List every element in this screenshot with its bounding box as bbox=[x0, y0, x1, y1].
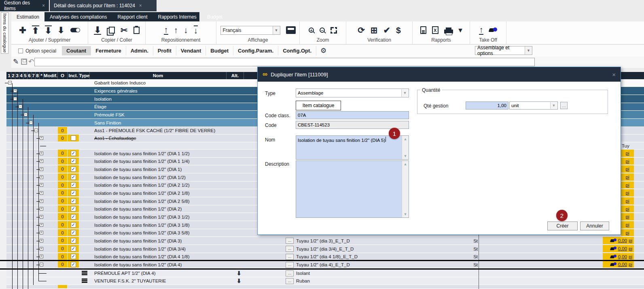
zoom-fit-icon[interactable] bbox=[330, 27, 337, 34]
table-row[interactable]: 0✓+Isolation de tuyau sans finition 1/2"… bbox=[6, 245, 644, 253]
expand-icon[interactable]: + bbox=[40, 247, 43, 251]
toggle-icon[interactable] bbox=[70, 28, 80, 32]
table-row[interactable]: 0✓−Isolation de tuyau sans finition 1/2"… bbox=[6, 261, 644, 268]
expand-icon[interactable]: + bbox=[40, 152, 43, 155]
insert-below-icon[interactable]: ⬇ bbox=[45, 25, 52, 35]
dropdown-caret-icon[interactable]: ▾ bbox=[459, 26, 462, 34]
incl-checkbox[interactable]: ✓ bbox=[71, 151, 76, 156]
incl-checkbox[interactable]: ✓ bbox=[71, 246, 76, 251]
document-icon[interactable] bbox=[420, 26, 426, 34]
view-button-admin-[interactable]: Admin. bbox=[126, 46, 153, 55]
pi-link[interactable]: pi bbox=[626, 222, 629, 227]
expand-icon[interactable]: + bbox=[40, 223, 43, 227]
expand-icon[interactable]: + bbox=[40, 191, 43, 195]
qty-link[interactable]: 0,00 bbox=[618, 254, 627, 259]
cancel-button[interactable]: Annuler bbox=[580, 221, 609, 230]
ellipsis-button[interactable]: ... bbox=[286, 254, 294, 260]
incl-checkbox[interactable]: ✓ bbox=[71, 175, 76, 180]
add-icon[interactable]: ✚ bbox=[19, 26, 26, 34]
pi-link[interactable]: pi bbox=[629, 254, 632, 259]
takeoff-qty-cell[interactable]: 0,00pi bbox=[603, 261, 634, 268]
qty-link[interactable]: 0,00 bbox=[618, 262, 627, 267]
expand-icon[interactable]: + bbox=[40, 136, 43, 140]
grid-header-modif[interactable]: Modif. bbox=[44, 72, 58, 79]
unit-dropdown[interactable]: unit ▼ bbox=[509, 101, 558, 110]
chevron-down-icon[interactable]: ▼ bbox=[525, 46, 532, 55]
option-special-checkbox[interactable] bbox=[18, 49, 23, 53]
cut-icon[interactable]: ✂ bbox=[121, 26, 128, 34]
ribbon-tab-rapports-internes[interactable]: Rapports Internes bbox=[153, 12, 201, 21]
grid-header-3[interactable]: 3 bbox=[15, 72, 19, 79]
dollar-icon[interactable]: $ bbox=[396, 26, 401, 34]
close-icon[interactable]: × bbox=[612, 71, 616, 78]
pi-link[interactable]: pi bbox=[626, 207, 629, 211]
refresh-icon[interactable]: ⟳ bbox=[358, 26, 365, 34]
move-top-icon[interactable]: ↑ bbox=[164, 25, 168, 35]
incl-checkbox[interactable]: ✓ bbox=[71, 230, 76, 235]
excel-icon[interactable]: X bbox=[432, 26, 439, 34]
sidebar-tab-items-catalogue[interactable]: Items du catalogue bbox=[1, 12, 8, 54]
close-icon[interactable]: × bbox=[139, 3, 142, 8]
scrollbar[interactable]: ▲▼ bbox=[402, 161, 409, 217]
pi-cell[interactable]: pi bbox=[621, 165, 634, 173]
zoom-in-icon[interactable]: + bbox=[309, 27, 314, 33]
tab-gestion-des-items[interactable]: Gestion des items × bbox=[0, 0, 49, 11]
takeoff-logo-icon[interactable] bbox=[489, 27, 497, 33]
pi-link[interactable]: pi bbox=[629, 246, 632, 251]
table-row[interactable]: PRÉMOULÉ APT 1/2" (DIA 4)⬇...Isolant bbox=[6, 270, 644, 277]
pi-cell[interactable]: pi bbox=[621, 221, 634, 228]
grid-header-1[interactable]: 1 bbox=[7, 72, 11, 79]
ellipsis-button[interactable]: ... bbox=[286, 270, 294, 276]
image-icon[interactable] bbox=[286, 26, 296, 34]
qty-link[interactable]: 0,00 bbox=[618, 238, 627, 243]
takeoff-qty-cell[interactable]: 0,00pi bbox=[603, 253, 634, 260]
tab-detail-des-calculs[interactable]: Détail des calculs pour l'item : 114024 … bbox=[50, 0, 157, 11]
grid-header-7[interactable]: 7 bbox=[32, 72, 36, 79]
chevron-down-icon[interactable]: ▼ bbox=[401, 89, 408, 97]
incl-checkbox[interactable]: ✓ bbox=[71, 222, 76, 228]
scrollbar[interactable]: ▲▼ bbox=[402, 136, 409, 159]
pi-cell[interactable]: pi bbox=[621, 205, 634, 212]
ellipsis-button[interactable]: ... bbox=[286, 238, 294, 244]
incl-checkbox[interactable]: ✓ bbox=[71, 182, 76, 188]
pi-link[interactable]: pi bbox=[626, 214, 629, 219]
scroll-down-icon[interactable]: ▼ bbox=[402, 153, 409, 159]
pi-link[interactable]: pi bbox=[626, 198, 629, 203]
print-icon[interactable] bbox=[444, 30, 453, 34]
expand-icon[interactable]: + bbox=[40, 183, 43, 187]
expand-icon[interactable]: + bbox=[40, 159, 43, 163]
check-icon[interactable]: ✔ bbox=[383, 26, 390, 34]
collapse-icon[interactable]: − bbox=[40, 263, 43, 266]
grid-header-nom[interactable]: Nom bbox=[90, 72, 227, 79]
view-button-fermeture[interactable]: Fermeture bbox=[91, 46, 126, 55]
calculator-icon[interactable]: ⊞ bbox=[371, 26, 378, 34]
expand-icon[interactable]: + bbox=[40, 215, 43, 219]
incl-checkbox[interactable]: ✓ bbox=[71, 198, 76, 204]
expand-icon[interactable]: + bbox=[40, 231, 43, 234]
incl-checkbox[interactable]: ✓ bbox=[71, 167, 76, 172]
pi-link[interactable]: pi bbox=[626, 167, 629, 171]
pi-cell[interactable]: pi bbox=[621, 158, 634, 165]
pi-cell[interactable]: pi bbox=[621, 229, 634, 236]
incl-checkbox[interactable]: ✓ bbox=[71, 158, 76, 164]
grid-header-o[interactable]: O bbox=[58, 72, 68, 79]
incl-checkbox[interactable]: ✓ bbox=[71, 206, 76, 211]
move-down-icon[interactable]: ↓ bbox=[184, 26, 188, 34]
incl-checkbox[interactable]: ✓ bbox=[71, 262, 76, 267]
qty-more-button[interactable]: ... bbox=[560, 102, 568, 109]
incl-checkbox[interactable]: ✓ bbox=[71, 190, 76, 196]
view-button-budget[interactable]: Budget bbox=[206, 46, 233, 55]
ribbon-tab-rapport-client[interactable]: Rapport client bbox=[112, 12, 153, 21]
close-icon[interactable]: × bbox=[42, 3, 45, 8]
expand-icon[interactable]: + bbox=[40, 255, 43, 258]
pi-link[interactable]: pi bbox=[626, 175, 629, 179]
pi-cell[interactable]: pi bbox=[621, 213, 634, 220]
pi-link[interactable]: pi bbox=[626, 230, 629, 235]
ellipsis-button[interactable]: ... bbox=[286, 246, 294, 252]
collapse-icon[interactable]: − bbox=[19, 105, 22, 108]
paste-icon[interactable] bbox=[133, 27, 140, 34]
alt-down-arrow-icon[interactable]: ⬇ bbox=[237, 278, 241, 284]
pi-link[interactable]: pi bbox=[629, 238, 632, 243]
expand-icon[interactable]: + bbox=[40, 167, 43, 171]
grid-header-8[interactable]: 8 bbox=[36, 72, 40, 79]
